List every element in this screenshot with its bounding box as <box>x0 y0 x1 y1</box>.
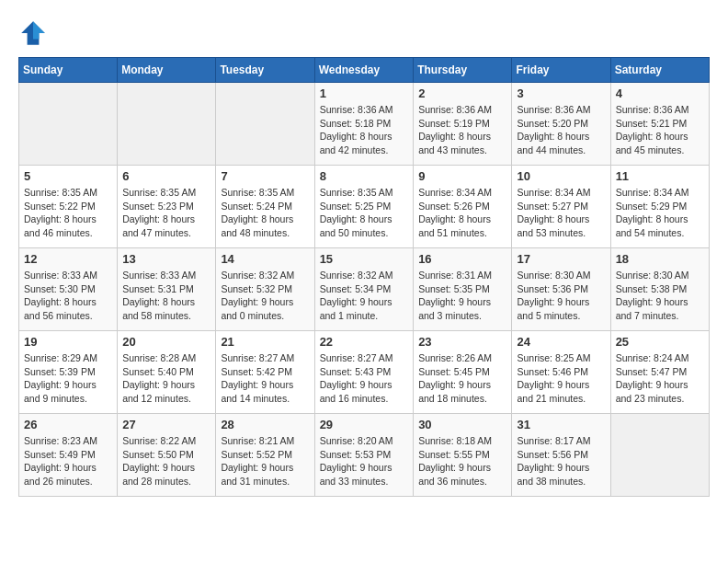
day-number: 17 <box>517 252 605 266</box>
day-number: 30 <box>418 418 506 431</box>
day-number: 15 <box>320 252 409 266</box>
day-detail: Sunrise: 8:35 AM Sunset: 5:22 PM Dayligh… <box>24 186 112 240</box>
day-number: 28 <box>221 418 309 431</box>
day-number: 10 <box>517 169 605 183</box>
calendar-cell: 1Sunrise: 8:36 AM Sunset: 5:18 PM Daylig… <box>314 83 414 166</box>
day-number: 22 <box>320 335 409 349</box>
day-number: 19 <box>24 335 112 349</box>
day-detail: Sunrise: 8:36 AM Sunset: 5:21 PM Dayligh… <box>616 103 704 157</box>
calendar-cell: 20Sunrise: 8:28 AM Sunset: 5:40 PM Dayli… <box>118 331 216 414</box>
weekday-thursday: Thursday <box>414 58 512 83</box>
calendar-header: SundayMondayTuesdayWednesdayThursdayFrid… <box>19 58 710 83</box>
calendar-cell: 16Sunrise: 8:31 AM Sunset: 5:35 PM Dayli… <box>414 248 512 331</box>
day-detail: Sunrise: 8:24 AM Sunset: 5:47 PM Dayligh… <box>616 351 704 406</box>
calendar-cell: 31Sunrise: 8:17 AM Sunset: 5:56 PM Dayli… <box>512 414 610 497</box>
calendar-week-3: 12Sunrise: 8:33 AM Sunset: 5:30 PM Dayli… <box>19 248 710 331</box>
day-detail: Sunrise: 8:27 AM Sunset: 5:42 PM Dayligh… <box>221 351 309 406</box>
day-detail: Sunrise: 8:32 AM Sunset: 5:32 PM Dayligh… <box>221 269 309 323</box>
calendar-cell: 17Sunrise: 8:30 AM Sunset: 5:36 PM Dayli… <box>512 248 610 331</box>
day-number: 23 <box>418 335 506 349</box>
calendar-cell: 6Sunrise: 8:35 AM Sunset: 5:23 PM Daylig… <box>118 166 216 248</box>
day-number: 6 <box>122 169 210 183</box>
day-number: 31 <box>517 418 605 431</box>
day-number: 5 <box>24 169 112 183</box>
calendar-cell: 5Sunrise: 8:35 AM Sunset: 5:22 PM Daylig… <box>19 166 118 248</box>
day-number: 27 <box>122 418 210 431</box>
page-header <box>18 18 710 48</box>
calendar-cell <box>118 83 216 166</box>
day-detail: Sunrise: 8:35 AM Sunset: 5:23 PM Dayligh… <box>122 186 210 240</box>
calendar-table: SundayMondayTuesdayWednesdayThursdayFrid… <box>18 57 710 497</box>
day-detail: Sunrise: 8:35 AM Sunset: 5:25 PM Dayligh… <box>320 186 409 240</box>
day-number: 29 <box>320 418 409 431</box>
calendar-cell <box>216 83 314 166</box>
weekday-sunday: Sunday <box>19 58 118 83</box>
day-number: 1 <box>320 86 409 100</box>
calendar-week-5: 26Sunrise: 8:23 AM Sunset: 5:49 PM Dayli… <box>19 414 710 497</box>
calendar-cell: 27Sunrise: 8:22 AM Sunset: 5:50 PM Dayli… <box>118 414 216 497</box>
day-detail: Sunrise: 8:23 AM Sunset: 5:49 PM Dayligh… <box>24 434 112 488</box>
day-detail: Sunrise: 8:32 AM Sunset: 5:34 PM Dayligh… <box>320 269 409 323</box>
svg-marker-1 <box>33 21 45 39</box>
day-detail: Sunrise: 8:21 AM Sunset: 5:52 PM Dayligh… <box>221 434 309 488</box>
day-detail: Sunrise: 8:27 AM Sunset: 5:43 PM Dayligh… <box>320 351 409 406</box>
calendar-cell: 15Sunrise: 8:32 AM Sunset: 5:34 PM Dayli… <box>314 248 414 331</box>
weekday-tuesday: Tuesday <box>216 58 314 83</box>
day-detail: Sunrise: 8:30 AM Sunset: 5:38 PM Dayligh… <box>616 269 704 323</box>
day-number: 8 <box>320 169 409 183</box>
weekday-friday: Friday <box>512 58 610 83</box>
day-number: 14 <box>221 252 309 266</box>
calendar-cell: 23Sunrise: 8:26 AM Sunset: 5:45 PM Dayli… <box>414 331 512 414</box>
calendar-cell: 21Sunrise: 8:27 AM Sunset: 5:42 PM Dayli… <box>216 331 314 414</box>
calendar-week-4: 19Sunrise: 8:29 AM Sunset: 5:39 PM Dayli… <box>19 331 710 414</box>
day-detail: Sunrise: 8:28 AM Sunset: 5:40 PM Dayligh… <box>122 351 210 406</box>
calendar-cell: 3Sunrise: 8:36 AM Sunset: 5:20 PM Daylig… <box>512 83 610 166</box>
calendar-cell: 8Sunrise: 8:35 AM Sunset: 5:25 PM Daylig… <box>314 166 414 248</box>
day-detail: Sunrise: 8:33 AM Sunset: 5:30 PM Dayligh… <box>24 269 112 323</box>
day-detail: Sunrise: 8:34 AM Sunset: 5:26 PM Dayligh… <box>418 186 506 240</box>
day-detail: Sunrise: 8:36 AM Sunset: 5:20 PM Dayligh… <box>517 103 605 157</box>
calendar-cell: 28Sunrise: 8:21 AM Sunset: 5:52 PM Dayli… <box>216 414 314 497</box>
calendar-cell: 4Sunrise: 8:36 AM Sunset: 5:21 PM Daylig… <box>610 83 709 166</box>
logo-icon <box>18 18 48 48</box>
weekday-saturday: Saturday <box>610 58 709 83</box>
calendar-cell: 11Sunrise: 8:34 AM Sunset: 5:29 PM Dayli… <box>610 166 709 248</box>
day-number: 2 <box>418 86 506 100</box>
day-number: 3 <box>517 86 605 100</box>
calendar-cell: 10Sunrise: 8:34 AM Sunset: 5:27 PM Dayli… <box>512 166 610 248</box>
calendar-cell: 9Sunrise: 8:34 AM Sunset: 5:26 PM Daylig… <box>414 166 512 248</box>
calendar-cell: 14Sunrise: 8:32 AM Sunset: 5:32 PM Dayli… <box>216 248 314 331</box>
day-number: 21 <box>221 335 309 349</box>
calendar-cell: 30Sunrise: 8:18 AM Sunset: 5:55 PM Dayli… <box>414 414 512 497</box>
day-number: 13 <box>122 252 210 266</box>
day-number: 25 <box>616 335 704 349</box>
weekday-monday: Monday <box>118 58 216 83</box>
calendar-cell: 25Sunrise: 8:24 AM Sunset: 5:47 PM Dayli… <box>610 331 709 414</box>
calendar-cell: 26Sunrise: 8:23 AM Sunset: 5:49 PM Dayli… <box>19 414 118 497</box>
day-detail: Sunrise: 8:34 AM Sunset: 5:27 PM Dayligh… <box>517 186 605 240</box>
day-detail: Sunrise: 8:31 AM Sunset: 5:35 PM Dayligh… <box>418 269 506 323</box>
day-number: 4 <box>616 86 704 100</box>
day-detail: Sunrise: 8:22 AM Sunset: 5:50 PM Dayligh… <box>122 434 210 488</box>
day-detail: Sunrise: 8:36 AM Sunset: 5:18 PM Dayligh… <box>320 103 409 157</box>
day-number: 12 <box>24 252 112 266</box>
day-number: 26 <box>24 418 112 431</box>
day-number: 16 <box>418 252 506 266</box>
calendar-cell: 13Sunrise: 8:33 AM Sunset: 5:31 PM Dayli… <box>118 248 216 331</box>
day-detail: Sunrise: 8:36 AM Sunset: 5:19 PM Dayligh… <box>418 103 506 157</box>
calendar-cell: 7Sunrise: 8:35 AM Sunset: 5:24 PM Daylig… <box>216 166 314 248</box>
day-detail: Sunrise: 8:25 AM Sunset: 5:46 PM Dayligh… <box>517 351 605 406</box>
day-detail: Sunrise: 8:26 AM Sunset: 5:45 PM Dayligh… <box>418 351 506 406</box>
calendar-cell: 18Sunrise: 8:30 AM Sunset: 5:38 PM Dayli… <box>610 248 709 331</box>
day-detail: Sunrise: 8:29 AM Sunset: 5:39 PM Dayligh… <box>24 351 112 406</box>
weekday-header-row: SundayMondayTuesdayWednesdayThursdayFrid… <box>19 58 710 83</box>
calendar-cell <box>19 83 118 166</box>
day-detail: Sunrise: 8:34 AM Sunset: 5:29 PM Dayligh… <box>616 186 704 240</box>
calendar-week-2: 5Sunrise: 8:35 AM Sunset: 5:22 PM Daylig… <box>19 166 710 248</box>
calendar-cell: 24Sunrise: 8:25 AM Sunset: 5:46 PM Dayli… <box>512 331 610 414</box>
day-number: 9 <box>418 169 506 183</box>
calendar-cell: 12Sunrise: 8:33 AM Sunset: 5:30 PM Dayli… <box>19 248 118 331</box>
day-detail: Sunrise: 8:20 AM Sunset: 5:53 PM Dayligh… <box>320 434 409 488</box>
weekday-wednesday: Wednesday <box>314 58 414 83</box>
calendar-cell: 19Sunrise: 8:29 AM Sunset: 5:39 PM Dayli… <box>19 331 118 414</box>
